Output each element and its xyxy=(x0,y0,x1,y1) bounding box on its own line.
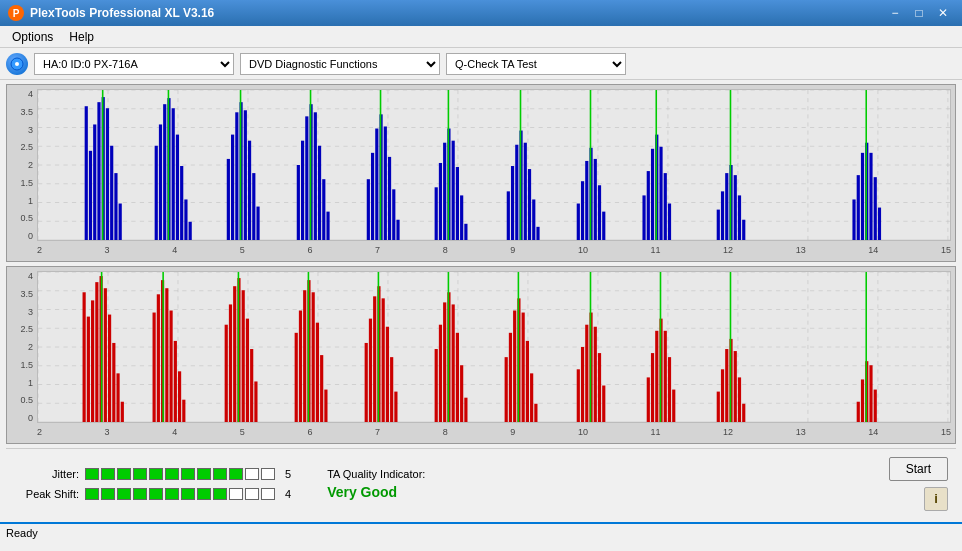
bottom-chart-x-axis: 2 3 4 5 6 7 8 9 10 11 12 13 14 15 xyxy=(37,423,951,443)
charts-wrapper: 4 3.5 3 2.5 2 1.5 1 0.5 0 xyxy=(6,84,956,444)
svg-rect-81 xyxy=(507,191,510,240)
svg-rect-156 xyxy=(153,313,156,422)
svg-rect-82 xyxy=(511,166,514,240)
svg-rect-218 xyxy=(647,377,650,422)
svg-rect-160 xyxy=(169,311,172,422)
svg-rect-183 xyxy=(365,343,368,422)
svg-rect-92 xyxy=(585,161,588,240)
jitter-row: Jitter: 5 xyxy=(14,468,291,480)
svg-rect-227 xyxy=(721,369,724,422)
svg-rect-165 xyxy=(225,325,228,422)
svg-rect-67 xyxy=(384,126,387,240)
ta-quality-label: TA Quality Indicator: xyxy=(327,468,425,480)
svg-rect-171 xyxy=(250,349,253,422)
svg-rect-68 xyxy=(388,157,391,240)
svg-point-1 xyxy=(15,62,19,66)
svg-rect-33 xyxy=(119,204,122,240)
svg-rect-78 xyxy=(460,195,463,240)
info-button[interactable]: i xyxy=(924,487,948,511)
svg-rect-51 xyxy=(252,173,255,240)
top-chart-x-axis: 2 3 4 5 6 7 8 9 10 11 12 13 14 15 xyxy=(37,241,951,261)
svg-rect-90 xyxy=(577,204,580,240)
jitter-seg-8 xyxy=(197,468,211,480)
svg-rect-192 xyxy=(435,349,438,422)
menu-options[interactable]: Options xyxy=(4,28,61,46)
svg-rect-196 xyxy=(452,304,455,422)
svg-rect-61 xyxy=(326,212,329,240)
svg-rect-32 xyxy=(114,173,117,240)
ps-seg-4 xyxy=(133,488,147,500)
function-select[interactable]: DVD Diagnostic Functions xyxy=(240,53,440,75)
main-content: 4 3.5 3 2.5 2 1.5 1 0.5 0 xyxy=(0,80,962,522)
ps-seg-3 xyxy=(117,488,131,500)
peak-shift-label: Peak Shift: xyxy=(14,488,79,500)
svg-rect-231 xyxy=(738,377,741,422)
svg-rect-151 xyxy=(108,315,111,422)
svg-rect-210 xyxy=(577,369,580,422)
svg-rect-159 xyxy=(165,288,168,422)
jitter-value: 5 xyxy=(285,468,291,480)
top-chart: 4 3.5 3 2.5 2 1.5 1 0.5 0 xyxy=(6,84,956,262)
svg-rect-193 xyxy=(439,325,442,422)
jitter-seg-2 xyxy=(101,468,115,480)
svg-rect-179 xyxy=(316,323,319,422)
svg-rect-58 xyxy=(314,112,317,240)
svg-rect-216 xyxy=(602,386,605,422)
jitter-seg-11 xyxy=(245,468,259,480)
svg-rect-228 xyxy=(725,349,728,422)
svg-rect-166 xyxy=(229,304,232,422)
title-bar: P PlexTools Professional XL V3.16 − □ ✕ xyxy=(0,0,962,26)
svg-rect-52 xyxy=(256,207,259,240)
svg-rect-211 xyxy=(581,347,584,422)
svg-rect-234 xyxy=(857,402,860,422)
top-chart-svg xyxy=(38,90,950,240)
svg-rect-60 xyxy=(322,179,325,240)
svg-rect-115 xyxy=(857,175,860,240)
svg-rect-187 xyxy=(382,298,385,422)
svg-rect-230 xyxy=(734,351,737,422)
svg-rect-120 xyxy=(878,208,881,240)
test-select[interactable]: Q-Check TA Test xyxy=(446,53,626,75)
jitter-seg-7 xyxy=(181,468,195,480)
bottom-chart: 4 3.5 3 2.5 2 1.5 1 0.5 0 xyxy=(6,266,956,444)
svg-rect-208 xyxy=(534,404,537,422)
bottom-chart-y-axis: 4 3.5 3 2.5 2 1.5 1 0.5 0 xyxy=(7,271,37,423)
svg-rect-39 xyxy=(172,108,175,240)
svg-rect-77 xyxy=(456,167,459,240)
svg-rect-41 xyxy=(180,166,183,240)
svg-rect-220 xyxy=(655,331,658,422)
ps-seg-2 xyxy=(101,488,115,500)
ps-seg-9 xyxy=(213,488,227,500)
svg-rect-176 xyxy=(303,290,306,422)
close-button[interactable]: ✕ xyxy=(932,4,954,22)
svg-rect-83 xyxy=(515,145,518,240)
svg-rect-169 xyxy=(242,290,245,422)
device-select[interactable]: HA:0 ID:0 PX-716A xyxy=(34,53,234,75)
svg-rect-147 xyxy=(91,300,94,422)
peak-shift-value: 4 xyxy=(285,488,291,500)
svg-rect-185 xyxy=(373,296,376,422)
svg-rect-63 xyxy=(367,179,370,240)
menu-help[interactable]: Help xyxy=(61,28,102,46)
svg-rect-201 xyxy=(505,357,508,422)
svg-rect-69 xyxy=(392,189,395,240)
jitter-seg-3 xyxy=(117,468,131,480)
svg-rect-223 xyxy=(668,357,671,422)
toolbar: HA:0 ID:0 PX-716A DVD Diagnostic Functio… xyxy=(0,48,962,80)
svg-rect-37 xyxy=(163,104,166,240)
maximize-button[interactable]: □ xyxy=(908,4,930,22)
svg-rect-108 xyxy=(725,173,728,240)
svg-rect-88 xyxy=(536,227,539,240)
jitter-seg-5 xyxy=(149,468,163,480)
peak-shift-meter xyxy=(85,488,275,500)
svg-rect-161 xyxy=(174,341,177,422)
app-icon: P xyxy=(8,5,24,21)
svg-rect-190 xyxy=(394,392,397,422)
svg-rect-112 xyxy=(742,220,745,240)
minimize-button[interactable]: − xyxy=(884,4,906,22)
svg-rect-70 xyxy=(396,220,399,240)
svg-rect-56 xyxy=(305,116,308,240)
ps-seg-1 xyxy=(85,488,99,500)
svg-rect-59 xyxy=(318,146,321,240)
start-button[interactable]: Start xyxy=(889,457,948,481)
